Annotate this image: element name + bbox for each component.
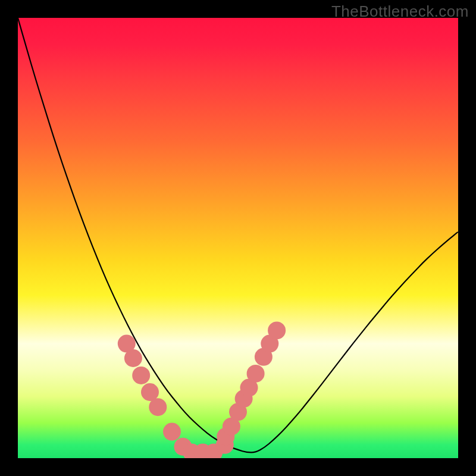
- plot-area: [18, 18, 458, 458]
- curve-marker: [132, 367, 150, 384]
- curve-marker: [149, 398, 167, 416]
- curve-marker: [247, 365, 265, 383]
- chart-overlay: [18, 18, 458, 458]
- curve-marker: [124, 349, 142, 367]
- chart-frame: TheBottleneck.com: [0, 0, 476, 476]
- marker-group: [118, 321, 286, 458]
- curve-marker: [268, 321, 286, 339]
- curve-marker: [163, 423, 181, 441]
- bottleneck-curve: [18, 18, 458, 452]
- watermark-text: TheBottleneck.com: [331, 2, 469, 21]
